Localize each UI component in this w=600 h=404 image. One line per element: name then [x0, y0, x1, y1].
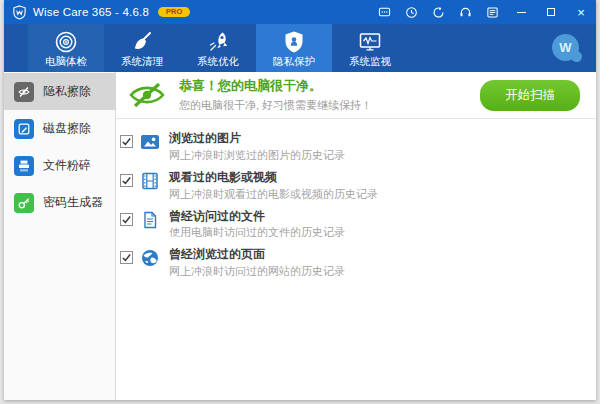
- sidebar: 隐私擦除 磁盘擦除 文件粉碎: [4, 72, 116, 400]
- tab-label: 系统优化: [197, 55, 239, 69]
- checkbox[interactable]: [120, 174, 133, 187]
- checkbox[interactable]: [120, 135, 133, 148]
- close-icon[interactable]: ×: [566, 0, 596, 24]
- eye-slash-green-icon: [128, 81, 166, 109]
- item-description: 网上冲浪时浏览过的图片的历史记录: [169, 148, 345, 163]
- tab-system-monitor[interactable]: 系统监视: [332, 24, 408, 72]
- monitor-screen-icon: [358, 28, 382, 54]
- status-subtitle: 您的电脑很干净, 好习惯需要继续保持！: [179, 98, 372, 113]
- feedback-icon[interactable]: [371, 0, 398, 24]
- list-item-watched-videos: 观看过的电影或视频 网上冲浪时观看过的电影或视频的历史记录: [120, 168, 596, 207]
- tab-system-cleaner[interactable]: 系统清理: [104, 24, 180, 72]
- titlebar-actions: ×: [371, 0, 596, 24]
- sidebar-item-file-shredder[interactable]: 文件粉碎: [4, 147, 115, 184]
- cleaner-broom-icon: [130, 28, 154, 54]
- row-text: 曾经访问过的文件 使用电脑时访问过的文件的历史记录: [169, 210, 345, 241]
- list-item-accessed-files: 曾经访问过的文件 使用电脑时访问过的文件的历史记录: [120, 207, 596, 246]
- app-window: Wise Care 365 - 4.6.8 PRO: [4, 0, 596, 400]
- checkup-radar-icon: [54, 28, 78, 54]
- item-title[interactable]: 曾经浏览过的页面: [169, 248, 345, 262]
- row-text: 观看过的电影或视频 网上冲浪时观看过的电影或视频的历史记录: [169, 171, 378, 202]
- status-text: 恭喜！您的电脑很干净。 您的电脑很干净, 好习惯需要继续保持！: [179, 77, 372, 113]
- disk-eraser-icon: [14, 119, 34, 139]
- checkbox[interactable]: [120, 213, 133, 226]
- app-shield-logo: [12, 5, 27, 20]
- tab-label: 系统清理: [121, 55, 163, 69]
- main-nav: 电脑体检 系统清理 系统优化 隐私保护: [4, 24, 596, 72]
- privacy-eraser-eye-icon: [14, 82, 34, 102]
- tab-pc-checkup[interactable]: 电脑体检: [28, 24, 104, 72]
- list-item-visited-pages: 曾经浏览过的页面 网上冲浪时访问过的网站的历史记录: [120, 245, 596, 284]
- checkbox[interactable]: [120, 251, 133, 264]
- item-description: 网上冲浪时访问过的网站的历史记录: [169, 264, 345, 279]
- sidebar-item-label: 隐私擦除: [43, 83, 91, 100]
- list-item-browsed-images: 浏览过的图片 网上冲浪时浏览过的图片的历史记录: [120, 129, 596, 168]
- titlebar: Wise Care 365 - 4.6.8 PRO: [4, 0, 596, 24]
- file-shredder-icon: [14, 156, 34, 176]
- support-headset-icon[interactable]: [452, 0, 479, 24]
- film-icon: [140, 171, 160, 191]
- window-title: Wise Care 365 - 4.6.8: [33, 6, 149, 18]
- minimize-icon[interactable]: [506, 0, 536, 24]
- maximize-icon[interactable]: [536, 0, 566, 24]
- user-avatar[interactable]: W: [552, 34, 579, 61]
- start-scan-button[interactable]: 开始扫描: [480, 80, 580, 111]
- row-text: 曾经浏览过的页面 网上冲浪时访问过的网站的历史记录: [169, 248, 345, 279]
- tab-label: 系统监视: [349, 55, 391, 69]
- tuneup-rocket-icon: [206, 28, 230, 54]
- sidebar-item-label: 磁盘擦除: [43, 120, 91, 137]
- item-title[interactable]: 曾经访问过的文件: [169, 210, 345, 224]
- item-title[interactable]: 观看过的电影或视频: [169, 171, 378, 185]
- sidebar-item-label: 密码生成器: [43, 194, 103, 211]
- tab-privacy-protector[interactable]: 隐私保护: [256, 24, 332, 72]
- tab-label: 电脑体检: [45, 55, 87, 69]
- sidebar-item-privacy-eraser[interactable]: 隐私擦除: [4, 73, 115, 110]
- privacy-item-list: 浏览过的图片 网上冲浪时浏览过的图片的历史记录 观看过的电影或视频: [116, 119, 596, 284]
- app-body: 隐私擦除 磁盘擦除 文件粉碎: [4, 72, 596, 400]
- password-key-icon: [14, 193, 34, 213]
- sidebar-item-label: 文件粉碎: [43, 157, 91, 174]
- item-description: 网上冲浪时观看过的电影或视频的历史记录: [169, 187, 378, 202]
- desktop-background: Wise Care 365 - 4.6.8 PRO: [0, 0, 600, 404]
- pro-badge: PRO: [158, 7, 190, 18]
- status-header: 恭喜！您的电脑很干净。 您的电脑很干净, 好习惯需要继续保持！ 开始扫描: [116, 72, 596, 119]
- sidebar-item-password-generator[interactable]: 密码生成器: [4, 184, 115, 221]
- tab-system-tuneup[interactable]: 系统优化: [180, 24, 256, 72]
- refresh-icon[interactable]: [425, 0, 452, 24]
- menu-icon[interactable]: [479, 0, 506, 24]
- tab-label: 隐私保护: [273, 55, 315, 69]
- main-panel: 恭喜！您的电脑很干净。 您的电脑很干净, 好习惯需要继续保持！ 开始扫描: [116, 72, 596, 400]
- images-icon: [140, 132, 160, 152]
- item-title[interactable]: 浏览过的图片: [169, 132, 345, 146]
- document-icon: [140, 210, 160, 230]
- status-title: 恭喜！您的电脑很干净。: [179, 77, 372, 95]
- schedule-icon[interactable]: [398, 0, 425, 24]
- privacy-shield-icon: [282, 28, 306, 54]
- row-text: 浏览过的图片 网上冲浪时浏览过的图片的历史记录: [169, 132, 345, 163]
- item-description: 使用电脑时访问过的文件的历史记录: [169, 225, 345, 240]
- sidebar-item-disk-eraser[interactable]: 磁盘擦除: [4, 110, 115, 147]
- globe-icon: [140, 248, 160, 268]
